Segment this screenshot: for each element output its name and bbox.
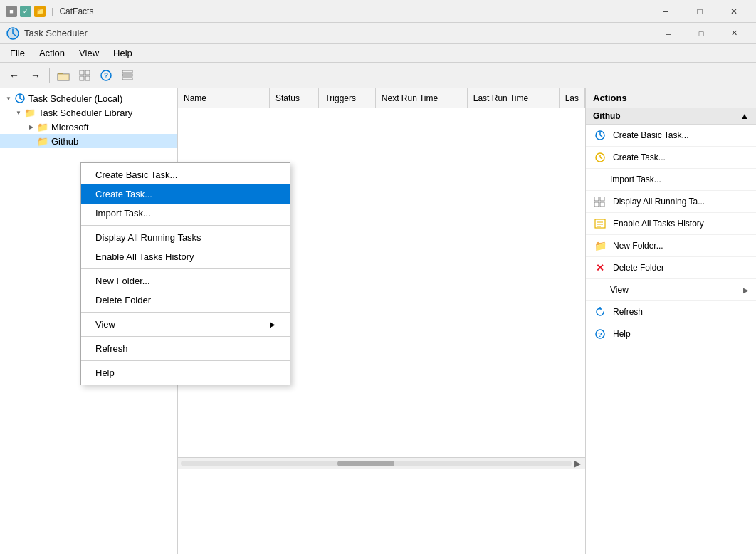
action-new-folder[interactable]: 📁 New Folder... [586, 235, 756, 257]
sidebar-item-github[interactable]: 📁 Github [0, 134, 177, 148]
col-next-run[interactable]: Next Run Time [376, 88, 468, 108]
app-close-button[interactable]: ✕ [718, 23, 750, 44]
menu-bar: File Action View Help [0, 44, 756, 63]
col-las[interactable]: Las [560, 88, 585, 108]
col-status[interactable]: Status [270, 88, 320, 108]
ctx-import-label: Import Task... [95, 208, 151, 219]
ctx-sep-1 [81, 225, 290, 226]
ctx-import[interactable]: Import Task... [81, 204, 290, 223]
col-name[interactable]: Name [178, 88, 270, 108]
ctx-refresh-label: Refresh [95, 343, 128, 354]
svg-line-21 [600, 135, 602, 137]
ctx-view-arrow: ▶ [270, 320, 275, 328]
enable-history-icon [593, 216, 607, 231]
menu-action[interactable]: Action [32, 46, 72, 61]
import-label: Import Task... [610, 174, 661, 184]
action-help[interactable]: ? Help [586, 323, 756, 345]
ctx-view[interactable]: View ▶ [81, 315, 290, 334]
ctx-new-folder-label: New Folder... [95, 276, 150, 286]
ctx-delete-folder-label: Delete Folder [95, 295, 151, 305]
outer-close-button[interactable]: ✕ [718, 0, 750, 23]
action-import[interactable]: Import Task... [586, 169, 756, 191]
open-button[interactable] [53, 66, 73, 85]
svg-text:?: ? [598, 331, 602, 338]
forward-button[interactable]: → [26, 66, 46, 85]
app-titlebar: Task Scheduler – □ ✕ [0, 23, 756, 44]
tree-icon-github: 📁 [37, 135, 48, 147]
import-icon [593, 172, 604, 187]
svg-rect-10 [85, 76, 90, 80]
ctx-delete-folder[interactable]: Delete Folder [81, 291, 290, 310]
actions-section-label: Github [593, 111, 621, 121]
tree-arrow-library: ▼ [13, 107, 24, 118]
svg-rect-8 [85, 70, 90, 75]
sidebar-item-microsoft[interactable]: ▶ 📁 Microsoft [0, 120, 177, 134]
svg-rect-27 [594, 202, 599, 207]
scroll-arrow-right[interactable]: ▶ [574, 459, 585, 469]
ctx-create-basic[interactable]: Create Basic Task... [81, 165, 290, 184]
menu-help[interactable]: Help [106, 46, 140, 61]
action-refresh[interactable]: Refresh [586, 301, 756, 323]
action-create-basic[interactable]: Create Basic Task... [586, 125, 756, 147]
actions-section-arrow: ▲ [740, 111, 749, 121]
titlebar-title: CatFacts [59, 6, 93, 16]
view-action-label: View [610, 285, 629, 295]
svg-rect-7 [80, 70, 84, 75]
outer-minimize-button[interactable]: – [649, 0, 682, 23]
grid-button[interactable] [75, 66, 95, 85]
ctx-help[interactable]: Help [81, 363, 290, 382]
sidebar-item-local[interactable]: ▼ Task Scheduler (Local) [0, 91, 177, 105]
ctx-create-task[interactable]: Create Task... [81, 184, 290, 204]
tree-icon-local [14, 93, 26, 104]
ctx-enable-history-label: Enable All Tasks History [95, 251, 194, 262]
col-last-run[interactable]: Last Run Time [468, 88, 560, 108]
svg-line-24 [600, 157, 602, 159]
app-icon [6, 26, 20, 41]
ctx-sep-3 [81, 312, 290, 313]
svg-rect-15 [122, 78, 132, 80]
col-triggers[interactable]: Triggers [319, 88, 375, 108]
ctx-display-running[interactable]: Display All Running Tasks [81, 228, 290, 247]
svg-rect-25 [594, 197, 599, 201]
table-header: Name Status Triggers Next Run Time Last … [178, 88, 585, 108]
ctx-new-folder[interactable]: New Folder... [81, 271, 290, 291]
help-action-icon: ? [593, 327, 607, 341]
ctx-enable-history[interactable]: Enable All Tasks History [81, 247, 290, 266]
delete-folder-label: Delete Folder [613, 263, 664, 273]
horizontal-scrollbar[interactable]: ▶ [178, 457, 585, 469]
context-menu: Create Basic Task... Create Task... Impo… [80, 162, 290, 385]
refresh-action-icon [593, 305, 607, 319]
display-running-label: Display All Running Ta... [613, 197, 705, 207]
view-arrow-icon: ▶ [743, 286, 749, 294]
titlebar-icon-2: ✓ [20, 6, 31, 17]
view-action-icon [593, 283, 604, 297]
svg-text:?: ? [104, 72, 108, 80]
app-minimize-button[interactable]: – [652, 23, 685, 44]
back-button[interactable]: ← [4, 66, 24, 85]
menu-view[interactable]: View [72, 46, 106, 61]
action-enable-history[interactable]: Enable All Tasks History [586, 213, 756, 235]
outer-titlebar: ■ ✓ 📁 | CatFacts – □ ✕ [0, 0, 756, 23]
ctx-sep-4 [81, 336, 290, 337]
sidebar-item-github-label: Github [51, 136, 78, 147]
action-view[interactable]: View ▶ [586, 279, 756, 301]
ctx-create-basic-label: Create Basic Task... [95, 169, 177, 180]
outer-maximize-button[interactable]: □ [683, 0, 716, 23]
action-delete-folder[interactable]: ✕ Delete Folder [586, 257, 756, 279]
tree-arrow-microsoft: ▶ [26, 121, 37, 132]
ctx-refresh[interactable]: Refresh [81, 339, 290, 358]
tree-arrow-local: ▼ [3, 93, 14, 104]
menu-file[interactable]: File [3, 46, 32, 61]
titlebar-icon-1: ■ [6, 6, 17, 17]
help-toolbar-button[interactable]: ? [96, 66, 116, 85]
view-button[interactable] [117, 66, 137, 85]
app-maximize-button[interactable]: □ [685, 23, 718, 44]
action-display-running[interactable]: Display All Running Ta... [586, 191, 756, 213]
action-create-task[interactable]: Create Task... [586, 147, 756, 169]
sidebar-item-library[interactable]: ▼ 📁 Task Scheduler Library [0, 105, 177, 120]
create-basic-label: Create Basic Task... [613, 130, 689, 140]
toolbar-sep-1 [49, 68, 50, 83]
svg-rect-26 [600, 197, 604, 201]
actions-section: Github ▲ [586, 108, 756, 125]
svg-rect-13 [122, 70, 132, 73]
